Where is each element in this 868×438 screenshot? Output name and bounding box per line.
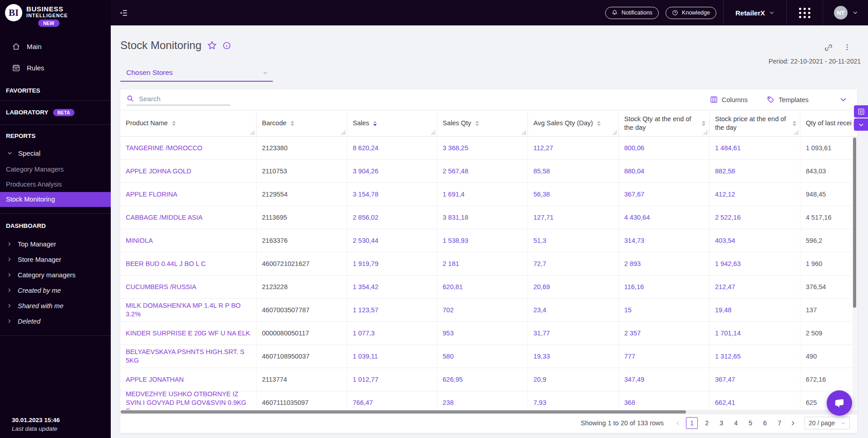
favorite-star-icon[interactable] [207, 41, 217, 50]
cell-sales_qty: 1 538,93 [437, 229, 528, 252]
page-button-7[interactable]: 7 [775, 419, 784, 427]
cell-product[interactable]: CUCUMBERS /RUSSIA [120, 276, 256, 298]
cell-stock_price_eod: 1 701,14 [710, 322, 800, 344]
sidebar-item-rules[interactable]: Rules [0, 57, 111, 79]
reports-header: REPORTS [0, 129, 111, 143]
cell-product[interactable]: APPLE JONATHAN [120, 368, 256, 391]
column-header-stock-qty-at-the-end-of-the-day[interactable]: Stock Qty at the end of the day [619, 110, 710, 136]
vertical-scrollbar-thumb[interactable] [853, 138, 856, 308]
calendar-icon [12, 64, 20, 72]
search-input[interactable] [138, 94, 230, 103]
sidebar-item-stock-monitoring[interactable]: Stock Monitoring [0, 192, 111, 207]
cell-stock_price_eod: 403,54 [710, 229, 800, 252]
bell-icon [612, 10, 618, 16]
cell-product[interactable]: MINIOLA [120, 229, 256, 252]
page-button-2[interactable]: 2 [702, 419, 711, 427]
user-menu[interactable]: NT [823, 0, 858, 25]
sidebar-collapse-button[interactable] [119, 9, 128, 17]
page-button-1[interactable]: 1 [686, 417, 698, 429]
store-filter-dropdown[interactable]: Chosen Stores [120, 69, 273, 82]
column-header-product-name[interactable]: Product Name [120, 110, 256, 136]
cell-product[interactable]: APPLE FLORINA [120, 183, 256, 206]
cell-product[interactable]: APPLE JOHNA GOLD [120, 160, 256, 182]
columns-button[interactable]: Columns [707, 95, 750, 104]
cell-product[interactable]: BEER BUD 0.44L J BO L C [120, 252, 256, 275]
page-size-select[interactable]: 20 / page [804, 417, 850, 429]
sidebar-item-created-by-me[interactable]: Created by me [0, 283, 111, 298]
sidebar-item-store-manager[interactable]: Store Manager [0, 252, 111, 267]
cell-product[interactable]: TANGERINE /MOROCCO [120, 137, 256, 159]
sidebar-nav: Main Rules [0, 36, 111, 79]
kebab-menu-icon[interactable] [843, 44, 851, 52]
sort-icon[interactable] [702, 121, 705, 126]
notifications-label: Notifications [621, 10, 652, 16]
cell-stock_price_eod: 1 484,61 [710, 137, 800, 159]
table-row: KINDER SURPRISE E 20G WF U NA ELK0000080… [120, 322, 857, 345]
share-link-icon[interactable] [824, 44, 833, 52]
chevron-down-icon [841, 421, 846, 426]
pagination-summary: Showing 1 to 20 of 133 rows [581, 419, 664, 427]
vertical-scrollbar[interactable] [853, 137, 857, 409]
cell-stock_qty_eod: 116,16 [619, 276, 710, 298]
column-header-sales[interactable]: Sales [347, 110, 437, 136]
sort-icon[interactable] [597, 121, 601, 126]
sidebar-item-category-managers-dash[interactable]: Category managers [0, 267, 111, 283]
sort-icon[interactable] [373, 121, 377, 126]
cell-sales: 2 530,44 [347, 229, 437, 252]
sort-icon[interactable] [172, 121, 176, 126]
apps-grid-button[interactable] [787, 8, 823, 18]
sort-icon[interactable] [475, 121, 479, 126]
sidebar-item-shared-with-me[interactable]: Shared with me [0, 298, 111, 314]
column-header-avg-sales-qty-day[interactable]: Avg Sales Qty (Day) [528, 110, 619, 136]
page-button-4[interactable]: 4 [731, 419, 740, 427]
sidebar-item-category-managers[interactable]: Category Managers [0, 162, 111, 177]
page-button-5[interactable]: 5 [746, 419, 755, 427]
reports-group-special[interactable]: Special [0, 145, 111, 162]
sidebar-item-producers-analysis[interactable]: Producers Analysis [0, 177, 111, 192]
cell-stock_price_eod: 412,12 [710, 183, 800, 206]
horizontal-scrollbar-thumb[interactable] [121, 410, 686, 413]
column-header-barcode[interactable]: Barcode [256, 110, 347, 136]
cell-barcode: 2129554 [256, 183, 347, 206]
sort-icon[interactable] [291, 121, 294, 126]
sidebar-item-top-manager[interactable]: Top Manager [0, 236, 111, 252]
table-row: CABBAGE /MIDDLE ASIA21136952 856,023 831… [120, 206, 857, 229]
cell-stock_qty_eod: 314,73 [619, 229, 710, 252]
page-button-6[interactable]: 6 [760, 419, 769, 427]
info-icon[interactable] [222, 41, 231, 50]
cell-product[interactable]: MILK DOMASHEN'KA MP 1.4L R P BO 3.2% [120, 299, 256, 321]
notifications-button[interactable]: Notifications [605, 7, 659, 19]
sidebar-item-main[interactable]: Main [0, 36, 111, 57]
cell-qty_last_received: 672,16 [800, 368, 857, 391]
cell-stock_price_eod: 367,47 [710, 368, 800, 391]
chat-button[interactable] [827, 390, 852, 416]
chevron-right-icon [7, 303, 12, 308]
cell-product[interactable]: KINDER SURPRISE E 20G WF U NA ELK [120, 322, 256, 344]
chevron-right-icon [7, 319, 12, 324]
prev-page-button[interactable] [672, 420, 684, 426]
question-circle-icon [672, 10, 678, 16]
column-header-stock-price-at-the-end-of-the-day[interactable]: Stock price at the end of the day [710, 110, 800, 136]
search-box [127, 94, 230, 105]
column-header-qty-of-last-recei-products[interactable]: Qty of last recei products [800, 110, 857, 136]
templates-button[interactable]: Templates [764, 95, 811, 104]
sidebar-item-deleted[interactable]: Deleted [0, 314, 111, 329]
laboratory-header[interactable]: LABORATORY BETA [0, 103, 111, 122]
page-button-3[interactable]: 3 [717, 419, 726, 427]
sort-icon[interactable] [793, 121, 796, 126]
cell-product[interactable]: BELYAEVSKAYA PSHNTS HIGH.SRT. S 5KG [120, 345, 256, 368]
table-expand-button[interactable] [854, 118, 868, 131]
collapse-filters-chevron[interactable] [839, 96, 847, 103]
horizontal-scrollbar[interactable] [120, 410, 857, 414]
table-settings-button[interactable] [854, 105, 868, 118]
cell-qty_last_received: 2 509 [800, 322, 857, 344]
chevron-down-icon [769, 10, 774, 15]
cell-product[interactable]: CABBAGE /MIDDLE ASIA [120, 206, 256, 229]
knowledge-button[interactable]: Knowledge [666, 7, 716, 19]
next-page-button[interactable] [787, 420, 799, 426]
workspace-switcher[interactable]: RetailerX [724, 0, 786, 25]
column-label: Sales [353, 119, 369, 128]
app-logo[interactable]: BI BUSINESS INTELLIGENCE NEW [0, 0, 111, 27]
column-header-sales-qty[interactable]: Sales Qty [437, 110, 528, 136]
app-root: BI BUSINESS INTELLIGENCE NEW Main Rules [0, 0, 868, 438]
